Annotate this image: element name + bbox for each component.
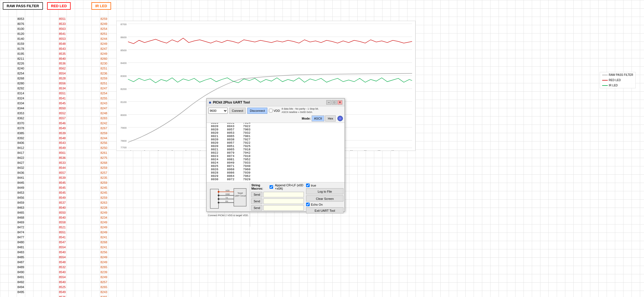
raw-data-cell: 8334 — [8, 101, 33, 106]
raw-data-cell: 8459 — [8, 200, 33, 205]
help-icon[interactable] — [337, 116, 343, 121]
raw-data-cell: 8392 — [8, 136, 33, 141]
macro-send-1-button[interactable]: Send — [251, 192, 262, 197]
red-data-cell: 8535 — [50, 51, 75, 56]
red-data-cell: 8548 — [50, 42, 75, 47]
svg-text:RX: RX — [225, 200, 228, 202]
minimize-button[interactable]: – — [326, 100, 331, 105]
raw-data-cell: 8314 — [8, 91, 33, 96]
red-data-cell: 8557 — [50, 171, 75, 175]
terminal-cell: 8065 — [224, 148, 234, 151]
raw-data-cell: 8491 — [8, 275, 33, 280]
terminal-cell: 8024 — [208, 158, 218, 161]
ir-data-cell: 8244 — [91, 136, 116, 141]
ir-data-cell: 8249 — [91, 230, 116, 235]
red-data-cell: 8551 — [50, 230, 75, 235]
ir-data-cell: 8267 — [91, 126, 116, 131]
red-data-cell: 8545 — [50, 101, 75, 106]
svg-text:Target: Target — [237, 192, 243, 194]
clear-screen-button[interactable]: Clear Screen — [306, 195, 343, 202]
maximize-button[interactable]: □ — [332, 100, 337, 105]
svg-text:5: 5 — [158, 150, 159, 151]
dialog-controls[interactable]: – □ ✕ — [326, 100, 342, 105]
terminal-cell: 8023 — [208, 154, 218, 158]
hex-mode-button[interactable]: Hex — [325, 115, 336, 122]
terminal-cell: 7932 — [240, 131, 250, 135]
wrap-text-checkbox[interactable] — [306, 184, 310, 187]
append-crlf-checkbox[interactable] — [270, 185, 273, 189]
table-row: 803080727929 — [208, 178, 343, 181]
raw-data-cell: 8422 — [8, 156, 33, 161]
echo-on-label: Echo On — [311, 203, 323, 206]
echo-on-checkbox[interactable] — [306, 203, 310, 206]
red-data-cell: 8540 — [50, 205, 75, 210]
circuit-caption: Connect PICkit 2 VDD & target VDD. — [208, 214, 249, 217]
red-data-cell: 8541 — [50, 235, 75, 240]
legend-red-line — [602, 80, 608, 81]
dialog-title: ■ PICkit 2Plus UART Tool — [209, 100, 250, 105]
exit-uart-tool-button[interactable]: Exit UART Tool — [306, 207, 343, 213]
red-data-cell: 8540 — [50, 280, 75, 285]
string-macros-label: String Macros: — [251, 184, 268, 190]
macro-send-3-button[interactable]: Send — [251, 205, 262, 211]
raw-data-cell: 8456 — [8, 195, 33, 200]
svg-text:8500: 8500 — [120, 49, 127, 52]
legend-red-text: RED LED — [609, 79, 621, 82]
vdd-checkbox[interactable] — [269, 109, 273, 112]
red-data-cell: 8526 — [50, 295, 75, 297]
table-row: 802680687960 — [208, 168, 343, 171]
red-data-cell: 8549 — [50, 126, 75, 131]
uart-dialog: ■ PICkit 2Plus UART Tool – □ ✕ 9600 1920… — [206, 98, 345, 212]
ir-data-cell: 8249 — [91, 225, 116, 230]
raw-data-cell: 8465 — [8, 210, 33, 215]
ir-data-cell: 8255 — [91, 96, 116, 101]
legend-red: RED LED — [602, 79, 633, 82]
terminal-cell: 7922 — [240, 141, 250, 144]
macro-input-1[interactable] — [263, 192, 304, 197]
table-row: 802080387927 — [208, 138, 343, 141]
data-terminal[interactable]: 8021807879188020803479128020805179148020… — [207, 123, 345, 182]
red-data-cell: 8554 — [50, 245, 75, 250]
connect-button[interactable]: Connect — [229, 108, 246, 114]
svg-text:7700: 7700 — [120, 146, 127, 149]
svg-text:8000: 8000 — [120, 113, 127, 117]
macro-input-2[interactable] — [263, 198, 304, 204]
svg-text:8400: 8400 — [120, 61, 127, 64]
legend-ir-text: IR LED — [609, 84, 618, 87]
macro-row-2: Send — [251, 198, 304, 204]
red-data-cell: 8536 — [50, 61, 75, 66]
red-data-cell: 8549 — [50, 290, 75, 295]
ir-data-cell: 8251 — [91, 66, 116, 71]
macro-input-3[interactable] — [263, 205, 304, 211]
ir-data-cell: 8241 — [91, 235, 116, 240]
raw-data-cell: 8445 — [8, 180, 33, 185]
terminal-cell: 7939 — [240, 171, 250, 174]
raw-data-cell: 8076 — [8, 22, 33, 27]
vdd-label: VDD — [273, 109, 280, 112]
raw-data-cell: 8427 — [8, 161, 33, 166]
ir-data-cell: 8256 — [91, 250, 116, 255]
ir-data-cell: 8249 — [91, 255, 116, 260]
log-to-file-button[interactable]: Log to File — [306, 188, 343, 194]
ir-data-cell: 8265 — [91, 285, 116, 290]
terminal-cell: 7929 — [240, 178, 250, 181]
info-line2: ASCII newline = 0x0D 0x0A — [282, 111, 319, 114]
raw-data-cell: 8492 — [8, 280, 33, 285]
red-data-cell: 8543 — [50, 141, 75, 146]
raw-data-cell: 8490 — [8, 270, 33, 275]
macro-row-3: Send — [251, 205, 304, 211]
table-row: 802280797942 — [208, 151, 343, 154]
svg-text:8700: 8700 — [120, 23, 127, 26]
uart-icon: ■ — [209, 100, 211, 105]
close-button[interactable]: ✕ — [337, 100, 342, 105]
terminal-cell: 8057 — [224, 128, 234, 131]
disconnect-button[interactable]: Disconnect — [247, 108, 267, 114]
red-data-cell: 8549 — [50, 146, 75, 151]
red-data-cell: 8540 — [50, 250, 75, 255]
raw-data-cell: 8441 — [8, 175, 33, 180]
red-data-cell: 8557 — [50, 116, 75, 121]
ascii-mode-button[interactable]: ASCII — [312, 115, 325, 122]
raw-data-cell: 8468 — [8, 215, 33, 220]
macro-send-2-button[interactable]: Send — [251, 198, 262, 204]
baud-rate-select[interactable]: 9600 19200 38400 57600 115200 — [208, 108, 228, 114]
